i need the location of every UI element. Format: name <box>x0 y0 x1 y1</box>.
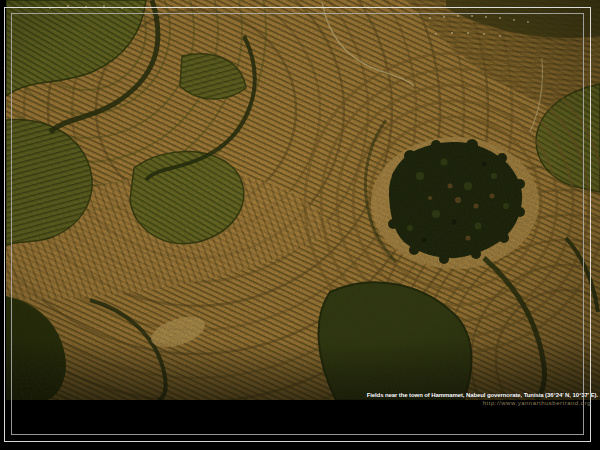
photo-caption: Fields near the town of Hammamet, Nabeul… <box>367 392 598 407</box>
wallpaper-canvas: Fields near the town of Hammamet, Nabeul… <box>0 0 600 450</box>
film-grain <box>6 0 600 400</box>
photo-credit-url: http://www.yannarthusbertrand.org <box>367 399 591 407</box>
aerial-photo <box>6 0 600 400</box>
caption-title: Fields near the town of Hammamet, Nabeul… <box>367 392 598 399</box>
